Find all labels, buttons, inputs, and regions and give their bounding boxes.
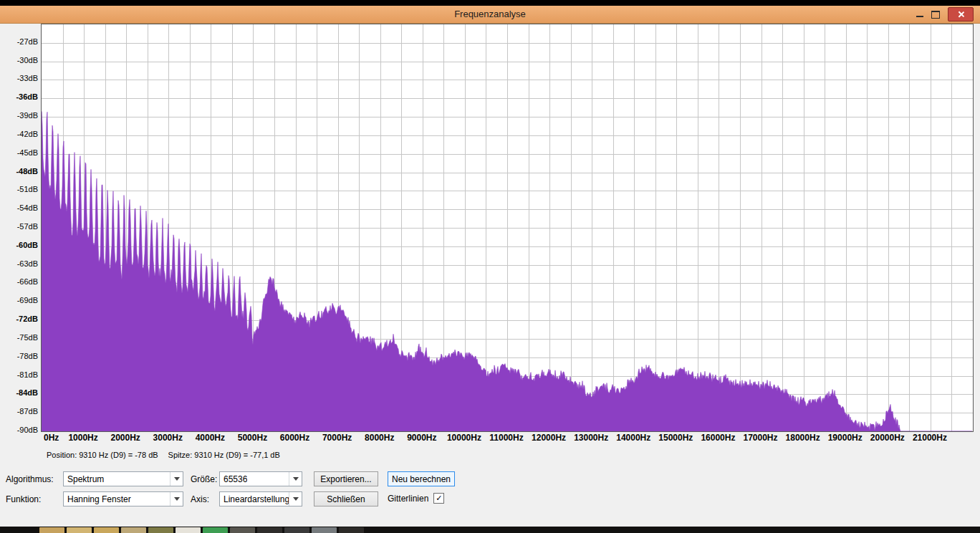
taskbar-app-icon[interactable] xyxy=(121,527,146,533)
taskbar-icon-strip xyxy=(39,527,364,533)
function-selected-value: Hanning Fenster xyxy=(67,494,131,504)
status-position-text: Position: 9310 Hz (D9) = -78 dB xyxy=(47,451,158,459)
y-axis-tick-label: -84dB xyxy=(0,388,38,397)
y-axis-tick-label: -33dB xyxy=(0,74,38,82)
dropdown-arrow-icon xyxy=(170,472,183,486)
taskbar-app-icon[interactable] xyxy=(203,527,228,533)
dropdown-arrow-icon xyxy=(170,492,183,506)
y-axis-labels: -27dB-30dB-33dB-36dB-39dB-42dB-45dB-48dB… xyxy=(0,24,38,431)
close-icon xyxy=(957,11,964,18)
y-axis-tick-label: -66dB xyxy=(0,277,38,286)
spectrum-plot[interactable] xyxy=(41,24,974,432)
status-line: Position: 9310 Hz (D9) = -78 dB Spitze: … xyxy=(47,451,280,459)
y-axis-tick-label: -30dB xyxy=(0,56,38,64)
recalculate-button[interactable]: Neu berechnen xyxy=(388,471,455,486)
taskbar-app-icon[interactable] xyxy=(284,527,309,533)
dropdown-arrow-icon xyxy=(289,492,302,506)
screen: Frequenzanalyse -27dB-30dB-33dB-36dB-39d… xyxy=(0,0,980,533)
taskbar-app-icon[interactable] xyxy=(94,527,119,533)
y-axis-tick-label: -27dB xyxy=(0,37,38,46)
algorithm-selected-value: Spektrum xyxy=(67,474,104,484)
function-label: Funktion: xyxy=(6,494,41,504)
y-axis-tick-label: -69dB xyxy=(0,296,38,304)
y-axis-tick-label: -54dB xyxy=(0,203,38,212)
spectrum-chart xyxy=(42,24,973,431)
taskbar-app-icon[interactable] xyxy=(312,527,337,533)
y-axis-tick-label: -42dB xyxy=(0,130,38,138)
taskbar[interactable] xyxy=(0,527,980,533)
y-axis-tick-label: -45dB xyxy=(0,148,38,157)
gridlines-label: Gitterlinien xyxy=(388,494,428,504)
export-button[interactable]: Exportieren... xyxy=(314,471,378,486)
minimize-icon xyxy=(916,16,923,17)
desktop-edge xyxy=(0,0,980,6)
y-axis-tick-label: -87dB xyxy=(0,407,38,416)
size-label: Größe: xyxy=(191,474,217,484)
function-select[interactable]: Hanning Fenster xyxy=(63,491,183,506)
axis-selected-value: Lineardarstellung xyxy=(224,494,289,504)
dropdown-arrow-icon xyxy=(289,472,302,486)
taskbar-app-icon[interactable] xyxy=(230,527,255,533)
status-peak-text: Spitze: 9310 Hz (D9) = -77,1 dB xyxy=(168,451,280,459)
taskbar-app-icon[interactable] xyxy=(67,527,92,533)
axis-select[interactable]: Lineardarstellung xyxy=(219,491,302,506)
window-titlebar[interactable]: Frequenzanalyse xyxy=(0,6,980,24)
y-axis-tick-label: -72dB xyxy=(0,314,38,323)
size-selected-value: 65536 xyxy=(224,474,247,484)
algorithm-select[interactable]: Spektrum xyxy=(63,471,183,486)
y-axis-tick-label: -39dB xyxy=(0,111,38,120)
x-axis-labels: 0Hz1000Hz2000Hz3000Hz4000Hz5000Hz6000Hz7… xyxy=(41,433,974,444)
gridlines-option: Gitterlinien ✓ xyxy=(388,493,444,504)
x-axis-tick-label: 21000Hz xyxy=(901,433,959,443)
y-axis-tick-label: -90dB xyxy=(0,426,38,434)
y-axis-tick-label: -81dB xyxy=(0,370,38,379)
taskbar-app-icon[interactable] xyxy=(257,527,282,533)
window-title: Frequenzanalyse xyxy=(0,9,980,19)
restore-button[interactable] xyxy=(931,11,940,19)
algorithm-label: Algorithmus: xyxy=(6,474,54,484)
axis-label: Axis: xyxy=(191,494,209,504)
y-axis-tick-label: -60dB xyxy=(0,241,38,249)
close-window-button[interactable] xyxy=(948,7,974,21)
y-axis-tick-label: -51dB xyxy=(0,185,38,193)
y-axis-tick-label: -57dB xyxy=(0,222,38,231)
size-select[interactable]: 65536 xyxy=(219,471,302,486)
taskbar-app-icon[interactable] xyxy=(148,527,173,533)
close-dialog-button[interactable]: Schließen xyxy=(314,491,378,506)
restore-icon xyxy=(931,11,940,19)
minimize-button[interactable] xyxy=(916,11,923,17)
y-axis-tick-label: -36dB xyxy=(0,92,38,101)
y-axis-tick-label: -78dB xyxy=(0,352,38,360)
y-axis-tick-label: -63dB xyxy=(0,259,38,268)
gridlines-checkbox[interactable]: ✓ xyxy=(433,493,444,504)
taskbar-app-icon[interactable] xyxy=(39,527,64,533)
y-axis-tick-label: -75dB xyxy=(0,333,38,342)
window-controls xyxy=(916,6,974,23)
y-axis-tick-label: -48dB xyxy=(0,167,38,176)
taskbar-app-icon[interactable] xyxy=(339,527,364,533)
taskbar-app-icon[interactable] xyxy=(176,527,201,533)
